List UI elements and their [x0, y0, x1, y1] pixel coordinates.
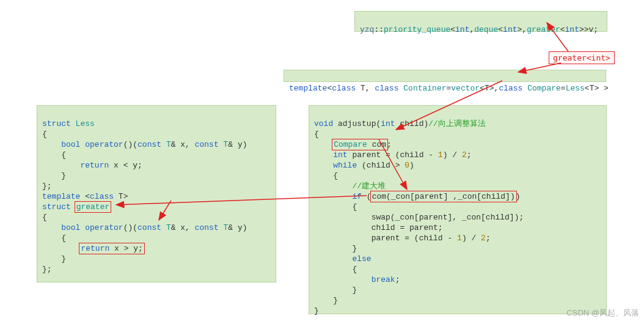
highlight-return-greater: return x > y; [79, 243, 144, 254]
highlight-com-call: com(_con[parent] ,_con[child]) [370, 191, 517, 202]
ns: yzq [360, 25, 374, 34]
annotation-greater-int: greater<int> [549, 51, 615, 64]
highlight-greater-struct: greater [75, 201, 112, 213]
code-top-usage: yzq::priority_queue<int,deque<int>,great… [354, 11, 607, 32]
code-left-panel: struct Less { bool operator()(const T& x… [37, 105, 276, 282]
highlight-compare-com: Compare com [332, 139, 388, 150]
code-right-panel: void adjustup(int child)//向上调整算法 { Compa… [309, 105, 607, 314]
type-priority-queue: priority_queue [384, 25, 450, 34]
code-template-line: template<class T, class Container=vector… [284, 70, 606, 82]
